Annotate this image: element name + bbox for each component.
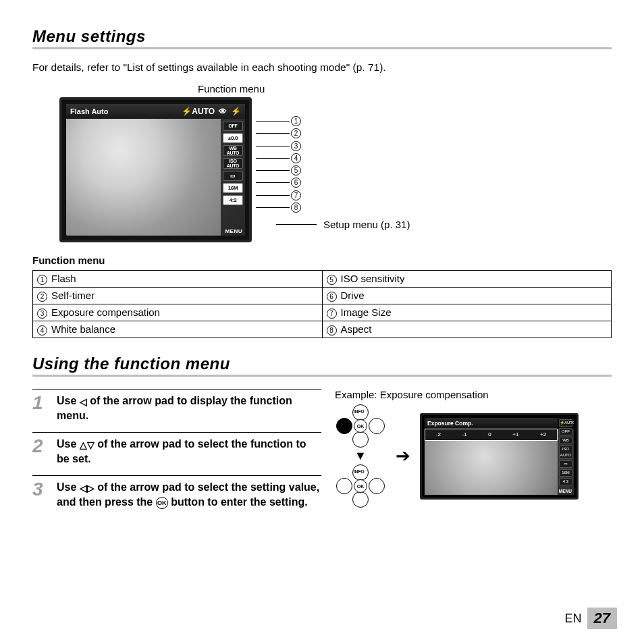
chip-aspect: 4:3 xyxy=(223,195,243,205)
arrow-pad-bottom: OK INFO xyxy=(335,467,386,505)
chip-wb: WB AUTO xyxy=(223,145,243,156)
left-right-arrow-icon: ◁▷ xyxy=(80,483,95,493)
callout-3: 3 xyxy=(291,141,301,151)
chip-exposure: ±0.0 xyxy=(223,133,243,143)
section-title-menu-settings: Menu settings xyxy=(32,27,612,49)
camera-lcd-mini: Exposure Comp. ±0.0 -2 -1 0 +1 +2 ⚡AUTO … xyxy=(420,413,579,500)
flash-auto-icon: ⚡AUTO xyxy=(182,107,215,116)
callout-8: 8 xyxy=(291,203,301,213)
chip-drive: ▭ xyxy=(223,171,243,181)
lcd-menu-label: MENU xyxy=(225,228,242,234)
fm-iso: ISO sensitivity xyxy=(341,273,405,284)
mini-title: Exposure Comp. xyxy=(427,420,473,427)
function-menu-table: 1Flash 5ISO sensitivity 2Self-timer 6Dri… xyxy=(32,270,612,338)
callout-1: 1 xyxy=(291,116,301,126)
ok-center: OK xyxy=(354,419,367,433)
step-number-2: 2 xyxy=(32,437,53,466)
info-label: INFO xyxy=(354,409,365,414)
callout-numbers: 1 2 3 4 5 6 7 8 Setup menu (p. 31) xyxy=(256,116,410,230)
chip-size: 16M xyxy=(223,183,243,193)
page-footer: EN 27 xyxy=(565,608,618,629)
flash-icon: ⚡ xyxy=(231,107,241,116)
example-title: Example: Exposure compensation xyxy=(335,389,612,400)
up-down-arrow-icon: △▽ xyxy=(80,440,95,450)
callout-7: 7 xyxy=(291,190,301,200)
right-arrow-icon: ➔ xyxy=(396,446,410,466)
mini-menu-label: MENU xyxy=(559,489,572,493)
fm-imagesize: Image Size xyxy=(341,306,392,318)
fm-exposure: Exposure compensation xyxy=(51,306,160,318)
steps-column: 1 Use ◁ of the arrow pad to display the … xyxy=(32,389,321,519)
chip-iso: ISO AUTO xyxy=(223,158,243,169)
intro-text: For details, refer to "List of settings … xyxy=(32,61,612,74)
camera-lcd-main: Flash Auto ⚡AUTO 👁 ⚡ OFF ±0.0 WB AUTO IS… xyxy=(59,97,252,242)
step-number-3: 3 xyxy=(32,480,53,509)
step-1: 1 Use ◁ of the arrow pad to display the … xyxy=(32,389,321,423)
lcd-diagram: Flash Auto ⚡AUTO 👁 ⚡ OFF ±0.0 WB AUTO IS… xyxy=(32,97,612,242)
setup-menu-label: Setup menu (p. 31) xyxy=(276,219,410,230)
function-menu-label-top: Function menu xyxy=(198,83,612,95)
chip-off: OFF xyxy=(223,121,243,131)
fm-aspect: Aspect xyxy=(341,323,372,335)
footer-page: 27 xyxy=(587,608,617,629)
lcd-title: Flash Auto xyxy=(70,107,108,115)
footer-lang: EN xyxy=(565,612,582,626)
arrow-pad-top: OK INFO xyxy=(335,407,386,445)
step-2: 2 Use △▽ of the arrow pad to select the … xyxy=(32,432,321,466)
mini-right-strip: ⚡AUTO OFF WB ISO AUTO ▭ 16M 4:3 xyxy=(558,418,574,495)
callout-2: 2 xyxy=(291,128,301,138)
step-3: 3 Use ◁▷ of the arrow pad to select the … xyxy=(32,475,321,509)
left-arrow-icon: ◁ xyxy=(80,397,87,406)
fm-drive: Drive xyxy=(341,290,365,301)
callout-4: 4 xyxy=(291,153,301,163)
ok-button-icon: OK xyxy=(156,497,168,509)
exposure-scale: -2 -1 0 +1 +2 xyxy=(425,429,558,441)
callout-6: 6 xyxy=(291,178,301,188)
fm-selftimer: Self-timer xyxy=(51,290,95,301)
down-arrow-icon: ▼ xyxy=(354,449,367,463)
fm-wb: White balance xyxy=(51,323,115,335)
example-column: Example: Exposure compensation OK INFO ▼… xyxy=(335,389,612,519)
fm-flash: Flash xyxy=(51,273,76,284)
function-menu-header: Function menu xyxy=(32,254,612,266)
redeye-icon: 👁 xyxy=(219,107,227,116)
callout-5: 5 xyxy=(291,165,301,176)
step-number-1: 1 xyxy=(32,394,53,423)
lcd-right-strip: OFF ±0.0 WB AUTO ISO AUTO ▭ 16M 4:3 xyxy=(221,119,245,236)
section-title-using-function: Using the function menu xyxy=(32,354,612,377)
